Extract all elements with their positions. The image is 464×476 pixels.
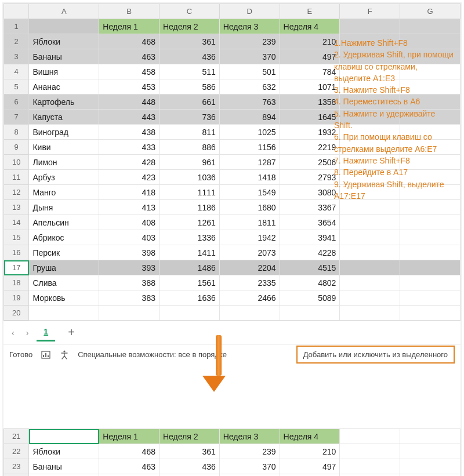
- data-cell[interactable]: 763: [219, 95, 280, 110]
- add-sheet-button[interactable]: +: [60, 326, 83, 339]
- data-cell[interactable]: 1411: [159, 245, 219, 260]
- table-row[interactable]: 22Яблоки468361239210: [4, 444, 461, 459]
- data-cell[interactable]: 5089: [280, 290, 340, 306]
- sheet-tab-1[interactable]: 1: [37, 324, 55, 341]
- data-cell[interactable]: 1111: [159, 185, 219, 200]
- data-cell[interactable]: 1486: [159, 260, 219, 275]
- data-cell[interactable]: 468: [99, 34, 160, 49]
- data-cell[interactable]: 1358: [280, 95, 340, 110]
- product-name[interactable]: Персик: [29, 245, 99, 260]
- product-name[interactable]: Картофель: [29, 474, 99, 477]
- data-cell[interactable]: 4515: [280, 260, 340, 275]
- data-cell[interactable]: 403: [99, 230, 160, 245]
- data-cell[interactable]: 4228: [280, 245, 340, 260]
- product-name[interactable]: Арбуз: [29, 170, 99, 185]
- data-cell[interactable]: 1561: [159, 275, 219, 290]
- data-cell[interactable]: 1336: [159, 230, 219, 245]
- col-header-E[interactable]: E: [280, 4, 340, 19]
- table-row[interactable]: 14Апельсин408126118113654: [4, 215, 461, 230]
- data-cell[interactable]: 408: [99, 215, 160, 230]
- data-cell[interactable]: 2793: [280, 170, 340, 185]
- table-row[interactable]: 16Персик398141120734228: [4, 245, 461, 260]
- row-header[interactable]: 8: [4, 125, 29, 140]
- data-cell[interactable]: 497: [280, 459, 340, 474]
- product-name[interactable]: Дыня: [29, 200, 99, 215]
- col-header-C[interactable]: C: [159, 4, 219, 19]
- data-cell[interactable]: 1287: [219, 155, 280, 170]
- row-header[interactable]: 12: [4, 185, 29, 200]
- data-cell[interactable]: 1942: [219, 230, 280, 245]
- product-name[interactable]: Морковь: [29, 290, 99, 306]
- data-cell[interactable]: 632: [219, 79, 280, 95]
- data-cell[interactable]: 443: [99, 110, 160, 125]
- data-cell[interactable]: 497: [280, 49, 340, 64]
- data-cell[interactable]: 210: [280, 34, 340, 49]
- data-cell[interactable]: 3080: [280, 185, 340, 200]
- data-cell[interactable]: 210: [280, 444, 340, 459]
- data-cell[interactable]: 1645: [280, 110, 340, 125]
- data-cell[interactable]: 1071: [280, 79, 340, 95]
- data-cell[interactable]: 438: [99, 125, 160, 140]
- data-cell[interactable]: 661: [159, 95, 219, 110]
- row-header[interactable]: 21: [4, 429, 29, 444]
- data-cell[interactable]: 370: [219, 49, 280, 64]
- product-name[interactable]: Виноград: [29, 125, 99, 140]
- accessibility-icon[interactable]: [59, 350, 70, 360]
- data-cell[interactable]: 784: [280, 64, 340, 79]
- spreadsheet-bottom[interactable]: 21Неделя 1Неделя 2Неделя 3Неделя 422Ябло…: [3, 428, 461, 476]
- data-cell[interactable]: 1156: [219, 140, 280, 155]
- add-remove-selection-mode[interactable]: Добавить или исключить из выделенного: [296, 346, 455, 364]
- row-header[interactable]: 17: [4, 260, 29, 275]
- row-header[interactable]: 9: [4, 140, 29, 155]
- row-header[interactable]: 15: [4, 230, 29, 245]
- week-header[interactable]: Неделя 3: [219, 429, 280, 444]
- data-cell[interactable]: 463: [99, 459, 160, 474]
- data-cell[interactable]: 1418: [219, 170, 280, 185]
- row-header[interactable]: 11: [4, 170, 29, 185]
- table-row[interactable]: 24Картофель4486617631358: [4, 474, 461, 477]
- data-cell[interactable]: 458: [99, 64, 160, 79]
- col-header-G[interactable]: G: [400, 4, 461, 19]
- data-cell[interactable]: 661: [159, 474, 219, 477]
- table-row[interactable]: 13Дыня413118616803367: [4, 200, 461, 215]
- row-header[interactable]: 5: [4, 79, 29, 95]
- data-cell[interactable]: 398: [99, 245, 160, 260]
- table-row[interactable]: 23Бананы463436370497: [4, 459, 461, 474]
- table-row[interactable]: 18Слива388156123354802: [4, 275, 461, 290]
- row-header[interactable]: 23: [4, 459, 29, 474]
- data-cell[interactable]: 436: [159, 459, 219, 474]
- week-header[interactable]: Неделя 1: [99, 429, 160, 444]
- product-name[interactable]: Лимон: [29, 155, 99, 170]
- data-cell[interactable]: 894: [219, 110, 280, 125]
- data-cell[interactable]: 4802: [280, 275, 340, 290]
- data-cell[interactable]: 1636: [159, 290, 219, 306]
- data-cell[interactable]: 3654: [280, 215, 340, 230]
- data-cell[interactable]: 961: [159, 155, 219, 170]
- select-all-cell[interactable]: [4, 4, 29, 19]
- data-cell[interactable]: 736: [159, 110, 219, 125]
- week-header[interactable]: Неделя 3: [219, 19, 280, 34]
- product-name[interactable]: Слива: [29, 275, 99, 290]
- product-name[interactable]: Киви: [29, 140, 99, 155]
- product-name[interactable]: Картофель: [29, 95, 99, 110]
- product-name[interactable]: Капуста: [29, 110, 99, 125]
- data-cell[interactable]: 428: [99, 155, 160, 170]
- product-name[interactable]: Бананы: [29, 49, 99, 64]
- week-header[interactable]: Неделя 2: [159, 19, 219, 34]
- data-cell[interactable]: 1811: [219, 215, 280, 230]
- product-name[interactable]: Вишня: [29, 64, 99, 79]
- row-header[interactable]: 24: [4, 474, 29, 477]
- data-cell[interactable]: 1358: [280, 474, 340, 477]
- data-cell[interactable]: 453: [99, 79, 160, 95]
- row-header[interactable]: 22: [4, 444, 29, 459]
- col-header-D[interactable]: D: [219, 4, 280, 19]
- row-header[interactable]: 16: [4, 245, 29, 260]
- row-header[interactable]: 19: [4, 290, 29, 306]
- data-cell[interactable]: 763: [219, 474, 280, 477]
- data-cell[interactable]: 413: [99, 200, 160, 215]
- data-cell[interactable]: 433: [99, 140, 160, 155]
- row-header[interactable]: 4: [4, 64, 29, 79]
- data-cell[interactable]: 501: [219, 64, 280, 79]
- product-name[interactable]: Яблоки: [29, 34, 99, 49]
- data-cell[interactable]: 2466: [219, 290, 280, 306]
